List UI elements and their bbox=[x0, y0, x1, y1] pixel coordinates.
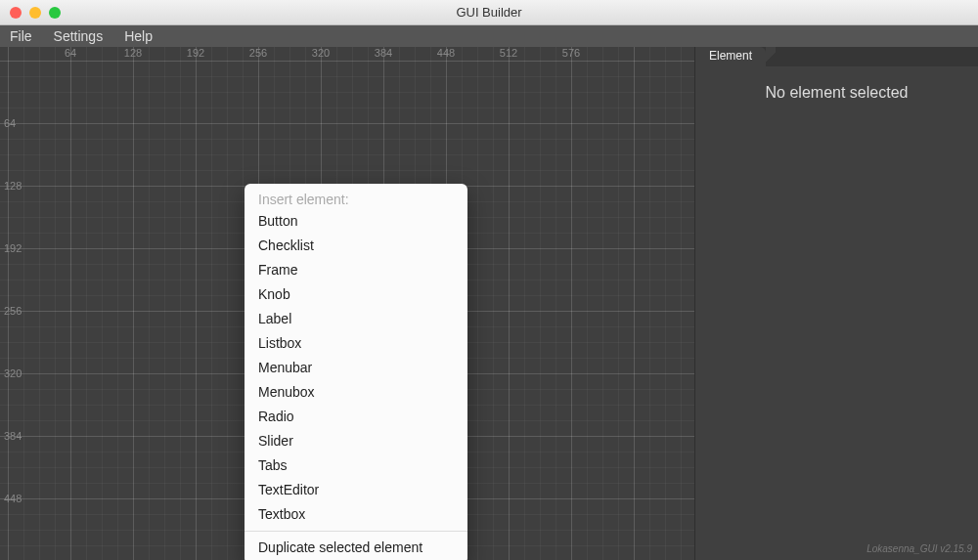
menu-file[interactable]: File bbox=[6, 27, 36, 45]
ruler-y-tick: 192 bbox=[4, 242, 22, 254]
menu-help[interactable]: Help bbox=[120, 27, 156, 45]
properties-panel: Element No element selected Lokasenna_GU… bbox=[694, 47, 978, 560]
ruler-y-tick: 128 bbox=[4, 180, 22, 192]
menu-settings[interactable]: Settings bbox=[50, 27, 108, 45]
ruler-y-tick: 64 bbox=[4, 117, 16, 129]
version-label: Lokasenna_GUI v2.15.9 bbox=[867, 543, 972, 554]
context-menu-item-label[interactable]: Label bbox=[244, 307, 467, 331]
tab-element[interactable]: Element bbox=[695, 47, 766, 66]
context-menu-item-textbox[interactable]: Textbox bbox=[244, 502, 467, 527]
ruler-x-tick: 384 bbox=[375, 47, 392, 59]
context-menu-item-checklist[interactable]: Checklist bbox=[244, 234, 467, 258]
titlebar: GUI Builder bbox=[0, 0, 978, 25]
ruler-y-tick: 448 bbox=[4, 493, 22, 504]
context-menu-item-slider[interactable]: Slider bbox=[244, 429, 467, 453]
context-menu: Insert element: Button Checklist Frame K… bbox=[244, 184, 467, 560]
context-menu-item-menubar[interactable]: Menubar bbox=[244, 356, 467, 380]
ruler-x-tick: 320 bbox=[312, 47, 330, 59]
ruler-x-tick: 448 bbox=[437, 47, 455, 59]
context-menu-item-menubox[interactable]: Menubox bbox=[244, 380, 467, 405]
context-menu-item-radio[interactable]: Radio bbox=[244, 405, 467, 429]
no-selection-message: No element selected bbox=[695, 84, 978, 102]
ruler-vertical: 64 128 192 256 320 384 448 bbox=[0, 47, 29, 560]
ruler-x-tick: 64 bbox=[65, 47, 76, 59]
canvas-area[interactable]: 64 128 192 256 320 384 448 512 576 64 12… bbox=[0, 47, 694, 560]
ruler-horizontal: 64 128 192 256 320 384 448 512 576 bbox=[0, 47, 694, 61]
ruler-x-tick: 192 bbox=[187, 47, 204, 59]
context-menu-item-texteditor[interactable]: TextEditor bbox=[244, 478, 467, 502]
context-menu-item-duplicate[interactable]: Duplicate selected element bbox=[244, 536, 467, 560]
ruler-x-tick: 576 bbox=[562, 47, 580, 59]
context-menu-item-tabs[interactable]: Tabs bbox=[244, 453, 467, 478]
ruler-x-tick: 128 bbox=[124, 47, 142, 59]
ruler-x-tick: 512 bbox=[500, 47, 517, 59]
context-menu-item-knob[interactable]: Knob bbox=[244, 282, 467, 307]
context-menu-item-listbox[interactable]: Listbox bbox=[244, 331, 467, 356]
ruler-y-tick: 256 bbox=[4, 305, 22, 317]
context-menu-item-button[interactable]: Button bbox=[244, 209, 467, 234]
menubar: File Settings Help bbox=[0, 25, 978, 47]
ruler-y-tick: 320 bbox=[4, 367, 22, 379]
window-title: GUI Builder bbox=[0, 5, 978, 20]
panel-tabs: Element bbox=[695, 47, 978, 66]
context-menu-header: Insert element: bbox=[244, 188, 467, 209]
ruler-x-tick: 256 bbox=[249, 47, 267, 59]
ruler-y-tick: 384 bbox=[4, 430, 22, 442]
context-menu-separator bbox=[244, 531, 467, 532]
context-menu-item-frame[interactable]: Frame bbox=[244, 258, 467, 282]
